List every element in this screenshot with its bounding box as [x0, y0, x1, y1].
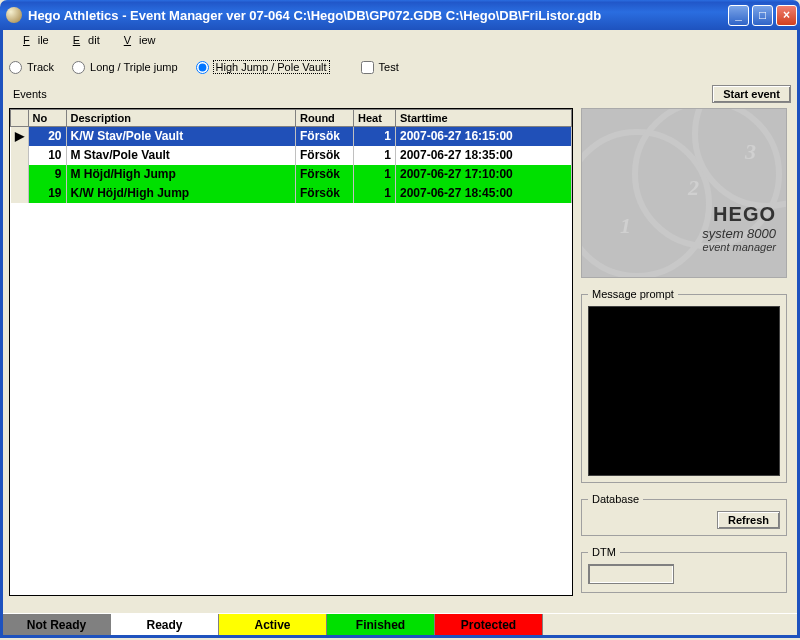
table-row[interactable]: 19K/W Höjd/High JumpFörsök12007-06-27 18… [11, 184, 572, 203]
events-grid[interactable]: No Description Round Heat Starttime ▶20K… [9, 108, 573, 596]
minimize-button[interactable]: _ [728, 5, 749, 26]
col-round[interactable]: Round [296, 110, 354, 127]
logo-brand: HEGO [702, 203, 776, 226]
menu-bar: File Edit View [3, 30, 797, 50]
maximize-button[interactable]: □ [752, 5, 773, 26]
start-event-button[interactable]: Start event [712, 85, 791, 103]
window-title: Hego Athletics - Event Manager ver 07-06… [28, 8, 728, 23]
table-row[interactable]: ▶20K/W Stav/Pole VaultFörsök12007-06-27 … [11, 127, 572, 146]
message-prompt-legend: Message prompt [588, 288, 678, 300]
database-legend: Database [588, 493, 643, 505]
close-button[interactable]: × [776, 5, 797, 26]
col-desc[interactable]: Description [66, 110, 296, 127]
dtm-legend: DTM [588, 546, 620, 558]
logo-line3: event manager [702, 241, 776, 253]
col-heat[interactable]: Heat [354, 110, 396, 127]
logo-line2: system 8000 [702, 226, 776, 241]
app-icon [6, 7, 22, 23]
refresh-button[interactable]: Refresh [717, 511, 780, 529]
status-bar: Not Ready Ready Active Finished Protecte… [3, 613, 797, 635]
events-label: Events [13, 88, 712, 100]
status-not-ready: Not Ready [3, 614, 111, 635]
status-protected: Protected [435, 614, 543, 635]
menu-view[interactable]: View [108, 32, 164, 48]
col-no[interactable]: No [28, 110, 66, 127]
menu-edit[interactable]: Edit [57, 32, 108, 48]
table-row[interactable]: 9M Höjd/High JumpFörsök12007-06-27 17:10… [11, 165, 572, 184]
message-prompt-box [588, 306, 780, 476]
menu-file[interactable]: File [7, 32, 57, 48]
col-start[interactable]: Starttime [396, 110, 572, 127]
status-finished: Finished [327, 614, 435, 635]
title-bar: Hego Athletics - Event Manager ver 07-06… [0, 0, 800, 30]
status-ready: Ready [111, 614, 219, 635]
message-prompt-panel: Message prompt [581, 288, 787, 483]
logo-panel: 1 2 3 HEGO system 8000 event manager [581, 108, 787, 278]
radio-track[interactable]: Track [9, 61, 54, 74]
dtm-panel: DTM [581, 546, 787, 593]
radio-highjump-polevault[interactable]: High Jump / Pole Vault [196, 61, 329, 74]
check-test[interactable]: Test [361, 61, 399, 74]
database-panel: Database Refresh [581, 493, 787, 536]
radio-long-triple[interactable]: Long / Triple jump [72, 61, 177, 74]
table-row[interactable]: 10M Stav/Pole VaultFörsök12007-06-27 18:… [11, 146, 572, 165]
col-selector[interactable] [11, 110, 29, 127]
filter-toolbar: Track Long / Triple jump High Jump / Pol… [3, 50, 797, 84]
status-active: Active [219, 614, 327, 635]
dtm-field[interactable] [588, 564, 674, 584]
